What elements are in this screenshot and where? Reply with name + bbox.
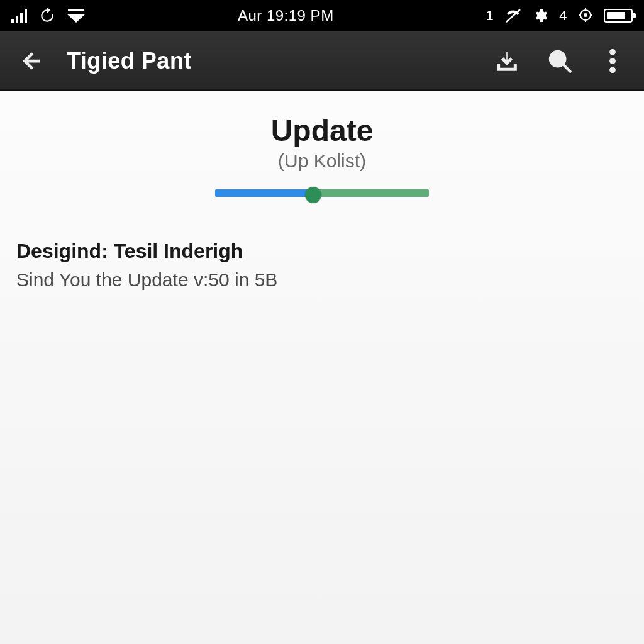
app-bar: Tigied Pant bbox=[0, 31, 644, 91]
progress-track bbox=[215, 189, 429, 197]
no-signal-icon bbox=[505, 8, 521, 23]
download-button[interactable] bbox=[489, 43, 525, 79]
overflow-menu-button[interactable] bbox=[595, 43, 630, 79]
location-icon bbox=[579, 8, 592, 23]
svg-rect-0 bbox=[11, 19, 14, 23]
sync-icon bbox=[39, 8, 55, 24]
update-block: Update (Up Kolist) bbox=[16, 113, 628, 201]
status-left bbox=[11, 8, 86, 24]
progress-thumb[interactable] bbox=[305, 187, 321, 203]
status-indicator-number: 1 bbox=[486, 8, 494, 24]
progress-fill-secondary bbox=[313, 189, 429, 197]
gear-icon bbox=[533, 8, 548, 23]
progress-bar[interactable] bbox=[215, 189, 429, 201]
svg-point-5 bbox=[584, 13, 587, 17]
svg-point-9 bbox=[610, 67, 615, 72]
update-title: Update bbox=[16, 113, 628, 148]
description-label: Desigind: bbox=[16, 240, 108, 262]
search-button[interactable] bbox=[542, 43, 577, 79]
svg-rect-2 bbox=[20, 13, 23, 23]
description-line-1: Desigind: Tesil Inderigh bbox=[16, 240, 628, 263]
description-value: Tesil Inderigh bbox=[114, 240, 243, 262]
svg-rect-3 bbox=[25, 9, 27, 23]
status-right: 1 4 bbox=[486, 8, 633, 24]
signal-icon bbox=[11, 9, 28, 23]
cast-icon bbox=[67, 9, 86, 23]
svg-point-7 bbox=[610, 49, 615, 54]
battery-icon bbox=[604, 9, 633, 23]
page-title: Tigied Pant bbox=[67, 48, 192, 74]
svg-rect-1 bbox=[16, 16, 18, 23]
description: Desigind: Tesil Inderigh Sind You the Up… bbox=[16, 240, 628, 291]
back-button[interactable] bbox=[14, 43, 49, 79]
svg-point-8 bbox=[610, 58, 615, 63]
status-bar: Aur 19:19 PM 1 4 bbox=[0, 0, 644, 31]
network-type: 4 bbox=[559, 8, 567, 24]
status-clock: Aur 19:19 PM bbox=[238, 7, 334, 25]
update-subtitle: (Up Kolist) bbox=[16, 150, 628, 172]
progress-fill-primary bbox=[215, 189, 313, 197]
description-line-2: Sind You the Update v:50 in 5B bbox=[16, 269, 628, 291]
content: Update (Up Kolist) Desigind: Tesil Inder… bbox=[0, 91, 644, 644]
